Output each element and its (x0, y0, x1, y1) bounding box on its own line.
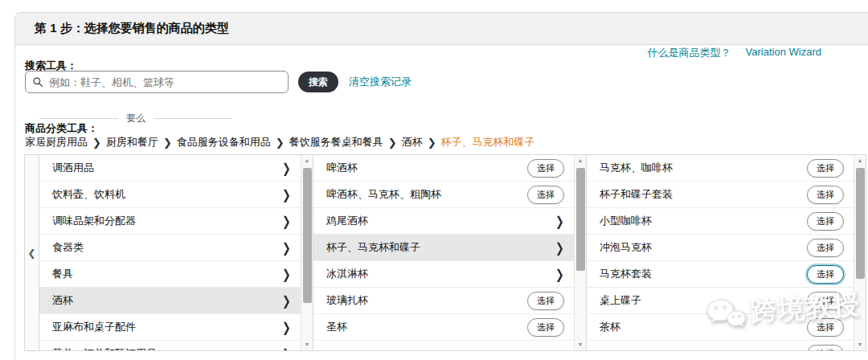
chevron-right-icon: ❯ (282, 267, 291, 282)
category-row[interactable]: 食器类❯ (39, 235, 301, 261)
scrollbar-thumb[interactable] (856, 168, 865, 279)
select-button[interactable]: 选择 (527, 159, 564, 178)
select-button[interactable]: 选择 (807, 239, 844, 257)
category-row[interactable]: 冰淇淋杯❯ (313, 261, 574, 288)
classifier-tools-label: 商品分类工具： (25, 121, 98, 136)
category-row[interactable]: 饮料壶、饮料机❯ (39, 182, 301, 208)
scrollbar-thumb[interactable] (303, 168, 312, 303)
clear-search-history-link[interactable]: 清空搜索记录 (349, 75, 411, 89)
category-row[interactable]: 啤酒杯、马克杯、粗陶杯选择 (313, 182, 574, 208)
category-label: 马克杯套装 (600, 267, 807, 281)
breadcrumb-item[interactable]: 食品服务设备和用品 (177, 135, 271, 149)
chevron-left-icon: ❮ (27, 248, 35, 259)
or-divider-text: 要么 (118, 112, 154, 125)
chevron-right-icon: ❯ (555, 240, 564, 256)
panel-header: 第 1 步：选择您要销售的商品的类型 (15, 13, 868, 45)
select-button[interactable]: 选择 (807, 318, 844, 337)
category-row[interactable]: 菜单、订单和预订用品❯ (39, 341, 301, 351)
breadcrumb-separator-icon: ❯ (92, 137, 101, 149)
category-row[interactable]: 马克杯套装选择 (587, 261, 854, 288)
scroll-down-icon[interactable]: ▼ (575, 339, 586, 350)
breadcrumb-separator-icon: ❯ (428, 137, 436, 149)
what-is-product-type-link[interactable]: 什么是商品类型？ (648, 46, 731, 60)
scroll-up-icon[interactable]: ▲ (575, 155, 586, 166)
category-row[interactable]: 圣杯选择 (313, 314, 574, 341)
category-label: 马克杯、咖啡杯 (600, 161, 807, 175)
category-label: 茶杯 (600, 320, 807, 334)
breadcrumb-item[interactable]: 酒杯 (402, 135, 423, 149)
category-row[interactable]: 冲泡马克杯选择 (587, 235, 854, 261)
category-row[interactable]: 马克杯、咖啡杯选择 (587, 155, 854, 182)
category-row[interactable]: 桌上碟子选择 (587, 288, 854, 314)
chevron-right-icon: ❯ (555, 214, 564, 229)
category-column-3: 马克杯、咖啡杯选择杯子和碟子套装选择小型咖啡杯选择冲泡马克杯选择马克杯套装选择桌… (586, 154, 866, 351)
category-row[interactable] (313, 341, 574, 351)
scrollbar[interactable]: ▲ ▼ (854, 155, 866, 350)
breadcrumb-item[interactable]: 餐饮服务餐桌和餐具 (289, 135, 383, 149)
select-button[interactable]: 选择 (527, 318, 564, 337)
breadcrumb-separator-icon: ❯ (276, 137, 285, 149)
category-label: 饮料壶、饮料机 (52, 187, 282, 202)
chevron-right-icon: ❯ (282, 187, 291, 202)
chevron-right-icon: ❯ (282, 214, 291, 229)
category-row[interactable]: 调味品架和分配器❯ (39, 208, 301, 235)
category-label: 小型咖啡杯 (600, 214, 807, 228)
page-title: 第 1 步：选择您要销售的商品的类型 (35, 21, 229, 36)
category-list: 马克杯、咖啡杯选择杯子和碟子套装选择小型咖啡杯选择冲泡马克杯选择马克杯套装选择桌… (587, 155, 854, 350)
select-button[interactable]: 选择 (807, 345, 844, 352)
search-button[interactable]: 搜索 (298, 72, 338, 92)
breadcrumb: 家居厨房用品❯厨房和餐厅❯食品服务设备和用品❯餐饮服务餐桌和餐具❯酒杯❯杯子、马… (25, 135, 535, 149)
category-row[interactable]: 茶杯选择 (587, 314, 854, 341)
variation-wizard-link[interactable]: Variation Wizard (746, 46, 821, 60)
select-button[interactable]: 选择 (527, 186, 564, 204)
category-label: 酒杯 (52, 293, 282, 308)
category-label: 鸡尾酒杯 (326, 214, 555, 228)
category-label: 冲泡马克杯 (600, 240, 807, 255)
scrollbar[interactable]: ▲ ▼ (301, 155, 313, 350)
breadcrumb-item[interactable]: 厨房和餐厅 (106, 135, 158, 149)
category-label: 杯子和碟子套装 (600, 187, 807, 202)
scrollbar-thumb[interactable] (576, 168, 585, 271)
select-button[interactable]: 选择 (807, 292, 844, 310)
category-column-2: 啤酒杯选择啤酒杯、马克杯、粗陶杯选择鸡尾酒杯❯杯子、马克杯和碟子❯冰淇淋杯❯玻璃… (313, 154, 587, 351)
select-button[interactable]: 选择 (807, 212, 844, 231)
category-row[interactable]: 啤酒杯选择 (313, 155, 574, 182)
breadcrumb-separator-icon: ❯ (163, 137, 172, 149)
collapse-left-arrow[interactable]: ❮ (24, 154, 39, 351)
category-row[interactable]: 酒杯❯ (39, 288, 301, 314)
select-button[interactable]: 选择 (807, 159, 844, 178)
scroll-up-icon[interactable]: ▲ (301, 155, 313, 166)
chevron-right-icon: ❯ (282, 346, 291, 351)
category-list: 调酒用品❯饮料壶、饮料机❯调味品架和分配器❯食器类❯餐具❯酒杯❯亚麻布和桌子配件… (39, 155, 301, 350)
category-row[interactable]: 小型咖啡杯选择 (587, 208, 854, 235)
category-row[interactable]: 鸡尾酒杯❯ (313, 208, 574, 235)
category-row[interactable]: 选择 (587, 341, 854, 351)
category-row[interactable]: 杯子、马克杯和碟子❯ (313, 235, 574, 261)
category-row[interactable]: 调酒用品❯ (39, 155, 301, 182)
scroll-down-icon[interactable]: ▼ (854, 339, 866, 350)
breadcrumb-current: 杯子、马克杯和碟子 (441, 135, 535, 149)
select-button[interactable]: 选择 (807, 265, 844, 284)
divider-line (39, 118, 118, 119)
chevron-right-icon: ❯ (282, 320, 291, 335)
breadcrumb-item[interactable]: 家居厨房用品 (25, 135, 88, 149)
category-row[interactable]: 餐具❯ (39, 261, 301, 288)
select-button[interactable]: 选择 (807, 186, 844, 204)
scroll-up-icon[interactable]: ▲ (854, 155, 866, 166)
chevron-right-icon: ❯ (555, 267, 564, 282)
category-label: 圣杯 (326, 320, 527, 334)
category-label: 菜单、订单和预订用品 (52, 346, 282, 351)
category-row[interactable]: 杯子和碟子套装选择 (587, 182, 854, 208)
chevron-right-icon: ❯ (282, 161, 291, 176)
scroll-down-icon[interactable]: ▼ (301, 339, 313, 350)
category-column-1: 调酒用品❯饮料壶、饮料机❯调味品架和分配器❯食器类❯餐具❯酒杯❯亚麻布和桌子配件… (39, 154, 313, 351)
category-list: 啤酒杯选择啤酒杯、马克杯、粗陶杯选择鸡尾酒杯❯杯子、马克杯和碟子❯冰淇淋杯❯玻璃… (313, 155, 574, 350)
search-input[interactable] (49, 76, 281, 88)
scrollbar[interactable]: ▲ ▼ (574, 155, 586, 350)
select-button[interactable]: 选择 (527, 292, 564, 310)
category-label: 杯子、马克杯和碟子 (326, 240, 555, 255)
category-row[interactable]: 亚麻布和桌子配件❯ (39, 314, 301, 341)
category-label: 调味品架和分配器 (52, 214, 282, 228)
category-label: 啤酒杯 (326, 161, 527, 175)
category-row[interactable]: 玻璃扎杯选择 (313, 288, 574, 314)
